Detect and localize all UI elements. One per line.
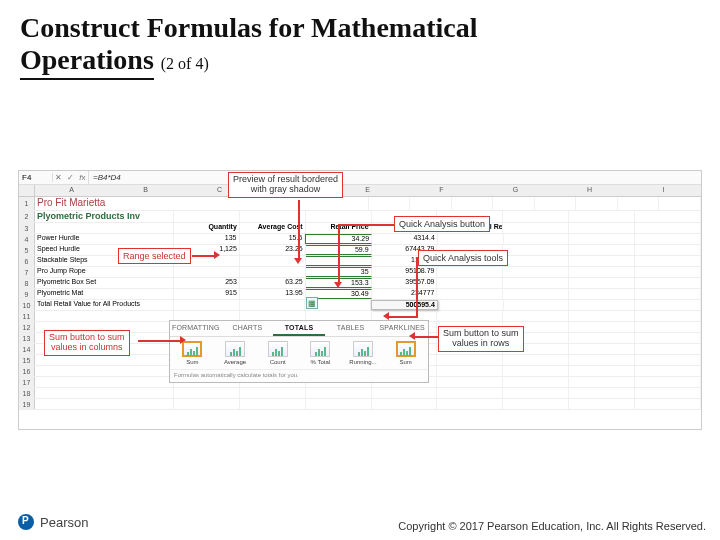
cell[interactable]: Plyometric Products Inv: [35, 211, 174, 222]
enter-icon[interactable]: ✓: [67, 173, 74, 182]
cell[interactable]: [569, 300, 635, 310]
cell[interactable]: [372, 399, 438, 409]
cell[interactable]: [569, 344, 635, 354]
cell[interactable]: [569, 388, 635, 398]
row-header[interactable]: 8: [19, 278, 35, 288]
row-header[interactable]: 1: [19, 197, 35, 210]
cell[interactable]: [635, 256, 701, 266]
cell[interactable]: 500595.4: [371, 300, 438, 310]
row-header[interactable]: 12: [19, 322, 35, 332]
cell[interactable]: [437, 278, 503, 288]
col-header[interactable]: I: [627, 185, 701, 196]
cell[interactable]: [503, 256, 569, 266]
cell[interactable]: [35, 366, 174, 376]
col-header[interactable]: H: [553, 185, 627, 196]
cell[interactable]: [635, 366, 701, 376]
cell[interactable]: 915: [174, 289, 240, 299]
cell[interactable]: 135: [174, 234, 240, 244]
cell[interactable]: 15.5: [240, 234, 306, 244]
cell[interactable]: [372, 388, 438, 398]
cell[interactable]: [635, 377, 701, 387]
cell[interactable]: [569, 311, 635, 321]
cell[interactable]: [35, 223, 174, 233]
cell[interactable]: [437, 377, 503, 387]
cell[interactable]: [635, 322, 701, 332]
formula-input[interactable]: =B4*D4: [89, 173, 121, 182]
qa-tool-average[interactable]: Average: [215, 341, 256, 365]
cell[interactable]: [635, 311, 701, 321]
qa-tab[interactable]: Tables: [325, 321, 377, 336]
cell[interactable]: [240, 267, 306, 277]
cell[interactable]: [635, 278, 701, 288]
cell[interactable]: [569, 289, 635, 299]
cell[interactable]: [240, 388, 306, 398]
qa-tab[interactable]: Formatting: [170, 321, 222, 336]
cell[interactable]: [174, 388, 240, 398]
cell[interactable]: [503, 267, 569, 277]
cell[interactable]: Average Cost: [240, 223, 306, 233]
cell[interactable]: [635, 245, 701, 255]
row-header[interactable]: 11: [19, 311, 35, 321]
cell[interactable]: [35, 377, 174, 387]
row-header[interactable]: 2: [19, 211, 35, 222]
row-header[interactable]: 18: [19, 388, 35, 398]
cell[interactable]: Pro Jump Rope: [35, 267, 174, 277]
cell[interactable]: [503, 223, 569, 233]
row-header[interactable]: 9: [19, 289, 35, 299]
cell[interactable]: [503, 311, 569, 321]
row-header[interactable]: 4: [19, 234, 35, 244]
cell[interactable]: [569, 333, 635, 343]
cell[interactable]: [569, 223, 635, 233]
row-header[interactable]: 16: [19, 366, 35, 376]
cell[interactable]: [35, 399, 174, 409]
cell[interactable]: 95108.79: [372, 267, 438, 277]
cell[interactable]: [437, 289, 503, 299]
cell[interactable]: [569, 234, 635, 244]
row-header[interactable]: 3: [19, 223, 35, 233]
cell[interactable]: [240, 300, 306, 310]
cell[interactable]: [635, 289, 701, 299]
name-box[interactable]: F4: [19, 173, 53, 182]
row-header[interactable]: 14: [19, 344, 35, 354]
row-header[interactable]: 7: [19, 267, 35, 277]
cell[interactable]: [569, 366, 635, 376]
row-header[interactable]: 17: [19, 377, 35, 387]
cell[interactable]: [503, 289, 569, 299]
cell[interactable]: [635, 300, 701, 310]
cell[interactable]: [438, 300, 504, 310]
cell[interactable]: 63.25: [240, 278, 306, 288]
cell[interactable]: [174, 300, 240, 310]
cell[interactable]: [306, 388, 372, 398]
col-header[interactable]: A: [35, 185, 109, 196]
cell[interactable]: Plyometric Mat: [35, 289, 174, 299]
cell[interactable]: 253: [174, 278, 240, 288]
cell[interactable]: [503, 278, 569, 288]
quick-analysis-button[interactable]: ▦: [306, 297, 318, 309]
qa-tool-sum[interactable]: Sum: [172, 341, 213, 365]
cell[interactable]: [635, 399, 701, 409]
cell[interactable]: [569, 256, 635, 266]
cell[interactable]: [437, 399, 503, 409]
cell[interactable]: [437, 388, 503, 398]
col-header[interactable]: F: [405, 185, 479, 196]
cell[interactable]: [635, 223, 701, 233]
cell[interactable]: [174, 267, 240, 277]
cell[interactable]: Total Retail Value for All Products: [35, 300, 174, 310]
cell[interactable]: [306, 399, 372, 409]
cell[interactable]: 4314.4: [372, 234, 438, 244]
cell[interactable]: [174, 399, 240, 409]
cell[interactable]: [635, 344, 701, 354]
cell[interactable]: [503, 355, 569, 365]
cell[interactable]: [569, 245, 635, 255]
cell[interactable]: Power Hurdle: [35, 234, 174, 244]
cell[interactable]: [635, 267, 701, 277]
cell[interactable]: [635, 234, 701, 244]
fx-icon[interactable]: fx: [79, 173, 85, 182]
cell[interactable]: 39557.09: [372, 278, 438, 288]
cell[interactable]: 13.95: [240, 289, 306, 299]
cell[interactable]: [438, 234, 504, 244]
cell[interactable]: [503, 245, 569, 255]
cell[interactable]: [569, 377, 635, 387]
qa-tool-sum[interactable]: Sum: [385, 341, 426, 365]
cell[interactable]: 234777: [372, 289, 438, 299]
